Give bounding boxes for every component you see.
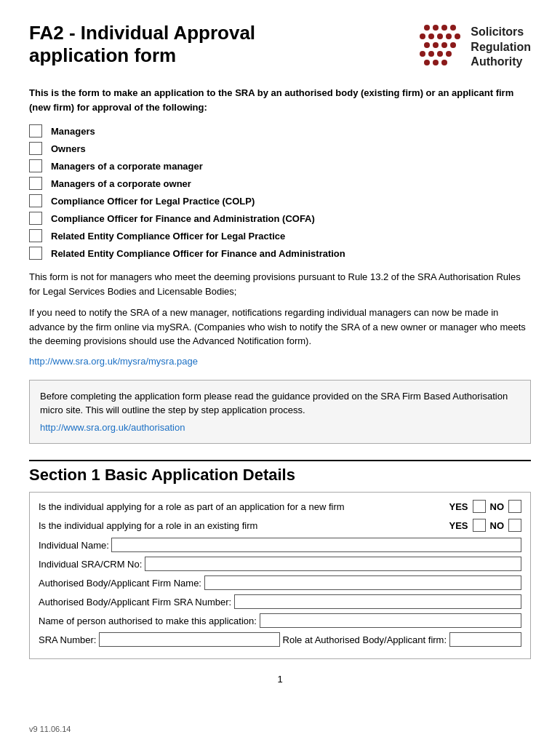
svg-point-12 bbox=[450, 42, 456, 48]
body-paragraph-1: This form is not for managers who meet t… bbox=[29, 270, 531, 298]
sra-number-half: SRA Number: bbox=[39, 632, 280, 647]
checkbox-3[interactable] bbox=[29, 177, 42, 190]
question-existing-firm-no-checkbox[interactable] bbox=[508, 519, 521, 532]
checkbox-item-7: Related Entity Compliance Officer for Fi… bbox=[29, 247, 531, 260]
checkbox-label-1: Owners bbox=[51, 143, 86, 154]
sra-role-split-row: SRA Number: Role at Authorised Body/Appl… bbox=[39, 632, 521, 647]
svg-point-11 bbox=[441, 42, 447, 48]
svg-point-9 bbox=[424, 42, 430, 48]
checkbox-6[interactable] bbox=[29, 229, 42, 242]
checkbox-item-2: Managers of a corporate manager bbox=[29, 159, 531, 172]
checkbox-2[interactable] bbox=[29, 159, 42, 172]
firm-sra-label: Authorised Body/Applicant Firm SRA Numbe… bbox=[39, 597, 234, 607]
svg-point-19 bbox=[441, 60, 447, 65]
svg-point-4 bbox=[420, 33, 425, 39]
individual-srm-label: Individual SRA/CRM No: bbox=[39, 559, 145, 570]
question-existing-firm-row: Is the individual applying for a role in… bbox=[39, 519, 521, 532]
authorised-person-row: Name of person authorised to make this a… bbox=[39, 613, 521, 628]
question-new-firm-row: Is the individual applying for a role as… bbox=[39, 500, 521, 513]
firm-name-label: Authorised Body/Applicant Firm Name: bbox=[39, 578, 204, 589]
svg-point-15 bbox=[437, 51, 443, 57]
svg-point-2 bbox=[441, 25, 447, 31]
checkbox-item-6: Related Entity Compliance Officer for Le… bbox=[29, 229, 531, 242]
page-title: FA2 - Individual Approval application fo… bbox=[29, 22, 342, 67]
svg-point-8 bbox=[455, 33, 460, 39]
individual-name-input[interactable] bbox=[111, 538, 521, 552]
sra-logo: SolicitorsRegulationAuthority bbox=[420, 22, 531, 73]
svg-point-7 bbox=[446, 33, 452, 39]
guidance-box: Before completing the application form p… bbox=[29, 380, 531, 445]
svg-point-14 bbox=[428, 51, 434, 57]
question-existing-firm-yesno: YES NO bbox=[449, 519, 521, 532]
page-header: FA2 - Individual Approval application fo… bbox=[29, 22, 531, 73]
svg-point-16 bbox=[446, 51, 452, 57]
authorised-person-input[interactable] bbox=[260, 613, 521, 628]
firm-sra-row: Authorised Body/Applicant Firm SRA Numbe… bbox=[39, 594, 521, 609]
checkbox-5[interactable] bbox=[29, 212, 42, 225]
checkbox-0[interactable] bbox=[29, 124, 42, 138]
checkbox-7[interactable] bbox=[29, 247, 42, 260]
svg-point-10 bbox=[433, 42, 439, 48]
checkbox-item-3: Managers of a corporate owner bbox=[29, 177, 531, 190]
question-new-firm-no-checkbox[interactable] bbox=[508, 500, 521, 513]
checkbox-label-0: Managers bbox=[51, 126, 95, 137]
sra-number-input[interactable] bbox=[99, 632, 280, 647]
authorised-person-label: Name of person authorised to make this a… bbox=[39, 615, 260, 626]
svg-point-18 bbox=[433, 60, 439, 65]
checkbox-item-0: Managers bbox=[29, 124, 531, 138]
section1-divider bbox=[29, 460, 531, 461]
question-existing-firm-label: Is the individual applying for a role in… bbox=[39, 520, 257, 531]
checkbox-label-6: Related Entity Compliance Officer for Le… bbox=[51, 231, 285, 242]
question-new-firm-label: Is the individual applying for a role as… bbox=[39, 501, 345, 512]
mysra-link[interactable]: http://www.sra.org.uk/mysra/mysra.page bbox=[29, 356, 531, 367]
question-new-firm-yesno: YES NO bbox=[449, 500, 521, 513]
question-existing-firm-yes-checkbox[interactable] bbox=[473, 519, 486, 532]
role-label: Role at Authorised Body/Applicant firm: bbox=[280, 634, 449, 645]
firm-name-input[interactable] bbox=[204, 575, 521, 590]
svg-point-17 bbox=[424, 60, 430, 65]
body-paragraph-2: If you need to notify the SRA of a new m… bbox=[29, 306, 531, 348]
sra-name-text: SolicitorsRegulationAuthority bbox=[471, 25, 531, 70]
checkbox-label-4: Compliance Officer for Legal Practice (C… bbox=[51, 196, 255, 207]
firm-sra-input[interactable] bbox=[234, 594, 521, 609]
checkbox-label-7: Related Entity Compliance Officer for Fi… bbox=[51, 248, 345, 259]
checkbox-label-5: Compliance Officer for Finance and Admin… bbox=[51, 213, 315, 224]
svg-point-5 bbox=[428, 33, 434, 39]
firm-name-row: Authorised Body/Applicant Firm Name: bbox=[39, 575, 521, 590]
svg-point-6 bbox=[437, 33, 443, 39]
individual-name-label: Individual Name: bbox=[39, 540, 111, 551]
authorisation-link[interactable]: http://www.sra.org.uk/authorisation bbox=[40, 421, 520, 435]
svg-point-0 bbox=[424, 25, 430, 31]
checkbox-item-1: Owners bbox=[29, 142, 531, 155]
svg-point-13 bbox=[420, 51, 425, 57]
question-new-firm-yes-checkbox[interactable] bbox=[473, 500, 486, 513]
checkbox-label-3: Managers of a corporate owner bbox=[51, 178, 191, 189]
role-input[interactable] bbox=[449, 632, 521, 647]
individual-srm-input[interactable] bbox=[145, 557, 521, 571]
sra-dots-icon bbox=[420, 22, 463, 73]
checkbox-item-5: Compliance Officer for Finance and Admin… bbox=[29, 212, 531, 225]
checkbox-1[interactable] bbox=[29, 142, 42, 155]
individual-name-row: Individual Name: bbox=[39, 538, 521, 552]
page-number: 1 bbox=[29, 674, 531, 685]
checkbox-label-2: Managers of a corporate manager bbox=[51, 161, 203, 172]
version-text: v9 11.06.14 bbox=[29, 725, 71, 733]
section1-form-box: Is the individual applying for a role as… bbox=[29, 492, 531, 659]
role-half: Role at Authorised Body/Applicant firm: bbox=[280, 632, 521, 647]
guidance-text: Before completing the application form p… bbox=[40, 389, 520, 418]
checkbox-item-4: Compliance Officer for Legal Practice (C… bbox=[29, 194, 531, 207]
intro-text: This is the form to make an application … bbox=[29, 86, 531, 114]
sra-number-label: SRA Number: bbox=[39, 634, 99, 645]
checkbox-4[interactable] bbox=[29, 194, 42, 207]
section1-heading: Section 1 Basic Application Details bbox=[29, 466, 531, 485]
role-checkbox-list: ManagersOwnersManagers of a corporate ma… bbox=[29, 124, 531, 260]
individual-srm-row: Individual SRA/CRM No: bbox=[39, 557, 521, 571]
svg-point-1 bbox=[433, 25, 439, 31]
svg-point-3 bbox=[450, 25, 456, 31]
